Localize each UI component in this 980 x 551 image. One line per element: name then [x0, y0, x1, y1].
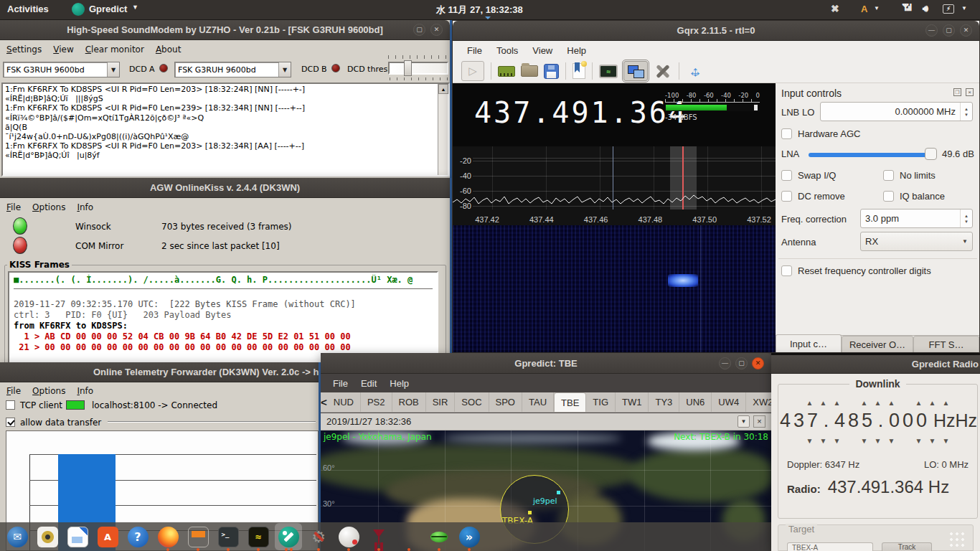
bookmarks-button[interactable] [573, 63, 585, 79]
soundmodem-maximize-button[interactable]: ▢ [413, 24, 425, 36]
libreoffice-icon[interactable] [62, 522, 93, 551]
firefox-icon[interactable] [153, 522, 183, 551]
sat-tab[interactable]: TIG [586, 392, 616, 412]
panel-close-icon[interactable]: × [966, 88, 974, 96]
reset-digits-checkbox[interactable] [781, 265, 792, 276]
modem-b-select[interactable]: FSK G3RUH 9600bd ▼ [174, 62, 291, 77]
remote-icon[interactable] [334, 522, 364, 551]
thunderbird-icon[interactable]: ✉ [2, 522, 32, 551]
menu-item[interactable]: View [48, 42, 78, 57]
sat-tab[interactable]: PS2 [361, 392, 392, 412]
terminal-icon[interactable]: >_ [213, 522, 243, 551]
menu-item[interactable]: View [525, 43, 560, 58]
menu-item[interactable]: File [1, 384, 26, 398]
map-popup-button[interactable]: ▼ [738, 415, 750, 428]
wine-icon[interactable] [364, 522, 394, 551]
menu-item[interactable]: Help [383, 376, 415, 391]
dcd-threshold-slider[interactable] [388, 55, 448, 81]
app-menu-button[interactable]: Gpredict [89, 4, 127, 14]
menu-item[interactable]: Settings [1, 42, 47, 57]
modem-a-select[interactable]: FSK G3RUH 9600bd ▼ [3, 62, 120, 77]
menu-item[interactable]: File [326, 376, 354, 391]
sat-tab[interactable]: UN6 [679, 392, 712, 412]
panel-tab[interactable]: FFT S… [913, 336, 979, 353]
sat-tab[interactable]: XW2 [746, 392, 771, 412]
soundmodem-close-button[interactable]: ✕ [430, 24, 443, 36]
scroll-up-icon[interactable]: ▲ [438, 84, 448, 94]
menu-item[interactable]: Options [27, 384, 70, 398]
save-settings-button[interactable] [544, 64, 559, 79]
dcd-threshold-handle[interactable] [404, 60, 412, 76]
gqrx-maximize-button[interactable]: ▢ [943, 24, 955, 37]
menu-item[interactable]: Tools [489, 43, 525, 58]
antenna-select[interactable]: RX ▼ [860, 232, 973, 251]
menu-item[interactable]: Help [560, 43, 593, 58]
remote-control-button[interactable] [623, 61, 648, 81]
panel-tab[interactable]: Receiver O… [842, 336, 913, 353]
menu-item[interactable]: Clear monitor [80, 42, 149, 57]
fullscreen-button[interactable] [686, 62, 705, 80]
downlink-down-arrows[interactable]: ▼▼▼▼▼▼▼▼▼ [778, 433, 977, 446]
panel-tab[interactable]: Input c… [776, 334, 842, 353]
tools-icon[interactable]: ⚙ [303, 522, 334, 551]
no-limits-checkbox[interactable] [883, 170, 894, 181]
menu-item[interactable]: Edit [354, 376, 383, 391]
spectrum-plot[interactable]: -20 -40 -60 -80 437.42437.44437.46437.48… [453, 146, 776, 225]
allow-data-transfer-checkbox[interactable] [6, 418, 15, 427]
modem-a-dropdown-icon[interactable]: ▼ [107, 62, 119, 77]
gqrx-minimize-button[interactable]: — [925, 24, 938, 37]
spin-arrows-icon[interactable]: ▲▼ [960, 209, 972, 227]
dsp-display-button[interactable]: ≈ [599, 65, 618, 78]
help-icon[interactable]: ? [123, 522, 153, 551]
wifi-icon[interactable]: 📶︎ [903, 2, 912, 13]
system-menu-caret-icon[interactable]: ▼ [961, 5, 967, 11]
kiss-frames-view[interactable]: ■.......(. (. Ì.......). /.....à.......G… [8, 271, 438, 366]
menu-item[interactable]: About [151, 42, 187, 57]
downlink-up-arrows[interactable]: ▲▲▲▲▲▲▲▲▲ [778, 395, 977, 408]
sat-tab[interactable]: NUD [327, 392, 361, 412]
scope-icon[interactable]: ≈ [243, 522, 273, 551]
menu-item[interactable]: Info [72, 384, 98, 398]
gpredict-icon[interactable] [273, 522, 303, 551]
battery-icon[interactable]: ⚡︎ [943, 4, 954, 14]
gpredict-maximize-button[interactable]: ▢ [735, 357, 748, 369]
tcp-client-checkbox[interactable] [6, 400, 15, 410]
gqrx-close-button[interactable]: ✕ [960, 24, 972, 37]
monitor-scrollbar[interactable]: ▲ [438, 84, 448, 175]
iq-balance-checkbox[interactable] [883, 191, 894, 202]
track-button[interactable]: Track [882, 542, 932, 551]
menu-item[interactable]: Info [72, 200, 98, 215]
sat-tab[interactable]: ROB [392, 392, 426, 412]
map-close-button[interactable]: × [753, 415, 765, 428]
menu-item[interactable]: File [1, 200, 26, 215]
lnb-lo-spinbox[interactable]: 0.000000 MHz ▲▼ [820, 102, 973, 121]
spin-arrows-icon[interactable]: ▲▼ [960, 103, 972, 121]
modem-b-dropdown-icon[interactable]: ▼ [278, 62, 291, 77]
target-select[interactable]: TBEX-A [787, 542, 873, 551]
panel-float-icon[interactable]: ❐ [953, 88, 961, 96]
swap-iq-checkbox[interactable] [781, 170, 792, 181]
sat-tab[interactable]: SOC [455, 392, 489, 412]
sat-tab[interactable]: UW4 [712, 392, 746, 412]
lna-slider-handle[interactable] [925, 148, 937, 160]
menu-item[interactable]: Options [27, 200, 70, 215]
clock[interactable]: 水 11月 27, 18:32:38 [436, 4, 523, 17]
device-icon[interactable] [394, 522, 424, 551]
sat-tab[interactable]: TBE [554, 392, 586, 412]
waterfall[interactable] [453, 225, 776, 353]
menu-item[interactable]: File [460, 43, 489, 58]
sat-tab[interactable]: SIR [426, 392, 456, 412]
volume-icon[interactable]: 🔊︎ [923, 3, 928, 14]
gpredict-minimize-button[interactable]: — [719, 357, 731, 369]
soundmodem-monitor[interactable]: 1:Fm KF6RFX To KD8SPS <UI R Pid=F0 Len=2… [1, 83, 450, 176]
frequency-display[interactable]: 437.491.364 [474, 96, 688, 129]
activities-button[interactable]: Activities [7, 4, 49, 14]
ubuntu-software-icon[interactable]: A [93, 522, 123, 551]
load-settings-button[interactable] [521, 65, 538, 77]
chevrons-icon[interactable]: » [454, 522, 484, 551]
satellite-marker[interactable] [528, 511, 532, 514]
lna-slider[interactable] [809, 153, 932, 157]
archive-manager-icon[interactable] [183, 522, 213, 551]
sat-tab[interactable]: TY3 [649, 392, 679, 412]
tools-button[interactable] [654, 62, 672, 80]
